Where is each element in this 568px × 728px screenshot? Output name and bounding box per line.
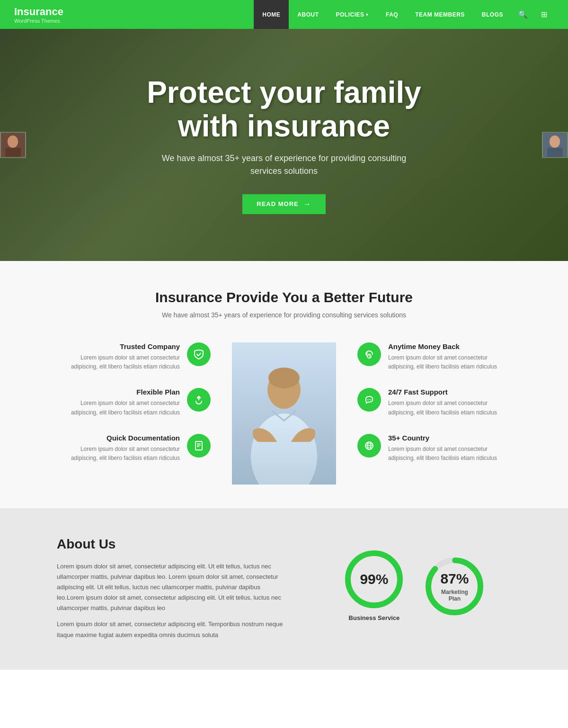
hero-cta-label: READ MORE <box>257 200 298 207</box>
donut-marketing-container: 87% Marketing Plan <box>421 553 488 620</box>
feature-flexible-text: Flexible Plan Lorem ipsum dolor sit amet… <box>69 388 180 417</box>
feature-quick-doc: Quick Documentation Lorem ipsum dolor si… <box>69 434 211 463</box>
grid-icon: ⊞ <box>541 10 547 19</box>
chevron-down-icon: ▾ <box>366 12 369 17</box>
feature-quickdoc-title: Quick Documentation <box>69 434 180 442</box>
brand-logo[interactable]: Insurance WordPress Themes <box>14 6 63 24</box>
hero-cta-button[interactable]: READ MORE → <box>242 194 325 214</box>
feature-fast-support: 24/7 Fast Support Lorem ipsum dolor sit … <box>357 388 499 417</box>
features-grid: Trusted Company Lorem ipsum dolor sit am… <box>57 342 511 485</box>
features-center-person <box>225 342 343 485</box>
svg-point-16 <box>367 399 368 400</box>
hero-title: Protect your familywith insurance <box>147 76 421 143</box>
svg-point-18 <box>370 399 371 400</box>
nav-about[interactable]: ABOUT <box>289 0 327 29</box>
country-icon <box>357 434 381 458</box>
moneyback-icon <box>357 342 381 366</box>
brand-name: Insurance <box>14 6 63 18</box>
nav-blogs[interactable]: BLOGS <box>473 0 512 29</box>
nav-home[interactable]: HOME <box>254 0 289 29</box>
donut-business-container: 99% <box>341 546 407 612</box>
svg-point-1 <box>8 135 18 148</box>
feature-trusted-text: Trusted Company Lorem ipsum dolor sit am… <box>69 342 180 371</box>
about-text: About Us Lorem ipsum dolor sit amet, con… <box>57 537 289 646</box>
about-inner: About Us Lorem ipsum dolor sit amet, con… <box>57 537 511 646</box>
trusted-icon <box>187 342 211 366</box>
feature-flexible-title: Flexible Plan <box>69 388 180 396</box>
feature-moneyback-desc: Lorem ipsum dolor sit amet consectetur a… <box>388 353 499 371</box>
brand-tagline: WordPress Themes <box>14 18 63 24</box>
features-subtitle: We have almost 35+ years of experience f… <box>0 311 568 319</box>
about-charts: 99% Business Service 87% Marketing Plan <box>318 537 511 621</box>
hero-next-image <box>543 133 567 157</box>
grid-button[interactable]: ⊞ <box>534 0 554 29</box>
hero-prev-thumbnail[interactable] <box>0 132 26 158</box>
feature-moneyback-text: Anytime Money Back Lorem ipsum dolor sit… <box>388 342 499 371</box>
feature-trusted-title: Trusted Company <box>69 342 180 351</box>
about-section: About Us Lorem ipsum dolor sit amet, con… <box>0 508 568 670</box>
feature-country-text: 35+ Country Lorem ipsum dolor sit amet c… <box>388 434 499 463</box>
hero-content: Protect your familywith insurance We hav… <box>109 76 459 214</box>
hero-section: Protect your familywith insurance We hav… <box>0 29 568 261</box>
donut-marketing-sublabel: Marketing Plan <box>438 589 471 602</box>
features-left-column: Trusted Company Lorem ipsum dolor sit am… <box>57 342 225 463</box>
feature-support-text: 24/7 Fast Support Lorem ipsum dolor sit … <box>388 388 499 417</box>
flexible-icon <box>187 388 211 412</box>
chart-business-service: 99% Business Service <box>341 546 407 621</box>
nav-policies[interactable]: POLICIES ▾ <box>327 0 377 29</box>
feature-support-desc: Lorem ipsum dolor sit amet consectetur a… <box>388 399 499 417</box>
donut-business-pct: 99% <box>360 571 388 587</box>
feature-quickdoc-text: Quick Documentation Lorem ipsum dolor si… <box>69 434 180 463</box>
feature-flexible-plan: Flexible Plan Lorem ipsum dolor sit amet… <box>69 388 211 417</box>
donut-marketing-pct: 87% <box>438 571 471 587</box>
svg-rect-6 <box>195 441 202 450</box>
nav-team-members[interactable]: TEAM MEMBERS <box>407 0 473 29</box>
svg-point-17 <box>369 399 370 400</box>
search-icon: 🔍 <box>518 10 528 19</box>
hero-prev-image <box>1 133 25 157</box>
about-para-1: Lorem ipsum dolor sit amet, consectetur … <box>57 561 289 613</box>
feature-trusted-company: Trusted Company Lorem ipsum dolor sit am… <box>69 342 211 371</box>
donut-business-label: Business Service <box>341 614 407 621</box>
features-right-column: Anytime Money Back Lorem ipsum dolor sit… <box>343 342 511 463</box>
hero-next-thumbnail[interactable] <box>542 132 568 158</box>
feature-flexible-desc: Lorem ipsum dolor sit amet consectetur a… <box>69 399 180 417</box>
support-icon <box>357 388 381 412</box>
chart-marketing-plan: 87% Marketing Plan <box>421 553 488 621</box>
hero-subtitle: We have almost 35+ years of experience f… <box>147 152 421 178</box>
feature-moneyback-title: Anytime Money Back <box>388 342 499 351</box>
svg-point-4 <box>550 135 560 148</box>
donut-business-text: 99% <box>360 571 388 587</box>
nav-faq[interactable]: FAQ <box>377 0 407 29</box>
svg-rect-5 <box>547 148 562 157</box>
about-para-2: Lorem ipsum dolor sit amet, consectetur … <box>57 619 289 640</box>
feature-quickdoc-desc: Lorem ipsum dolor sit amet consectetur a… <box>69 445 180 463</box>
about-title: About Us <box>57 537 289 552</box>
feature-country: 35+ Country Lorem ipsum dolor sit amet c… <box>357 434 499 463</box>
svg-rect-2 <box>5 148 20 157</box>
nav-links: HOME ABOUT POLICIES ▾ FAQ TEAM MEMBERS B… <box>254 0 512 29</box>
feature-money-back: Anytime Money Back Lorem ipsum dolor sit… <box>357 342 499 371</box>
arrow-right-icon: → <box>303 200 311 208</box>
feature-support-title: 24/7 Fast Support <box>388 388 499 396</box>
navbar: Insurance WordPress Themes HOME ABOUT PO… <box>0 0 568 29</box>
nav-icons: 🔍 ⊞ <box>512 0 554 29</box>
features-section: Insurance Provide You a Better Future We… <box>0 261 568 508</box>
features-title: Insurance Provide You a Better Future <box>0 289 568 306</box>
search-button[interactable]: 🔍 <box>512 0 534 29</box>
svg-point-14 <box>268 368 300 388</box>
feature-country-title: 35+ Country <box>388 434 499 442</box>
feature-country-desc: Lorem ipsum dolor sit amet consectetur a… <box>388 445 499 463</box>
donut-marketing-text: 87% Marketing Plan <box>438 571 471 602</box>
feature-trusted-desc: Lorem ipsum dolor sit amet consectetur a… <box>69 353 180 371</box>
documentation-icon <box>187 434 211 458</box>
person-illustration <box>232 342 336 485</box>
